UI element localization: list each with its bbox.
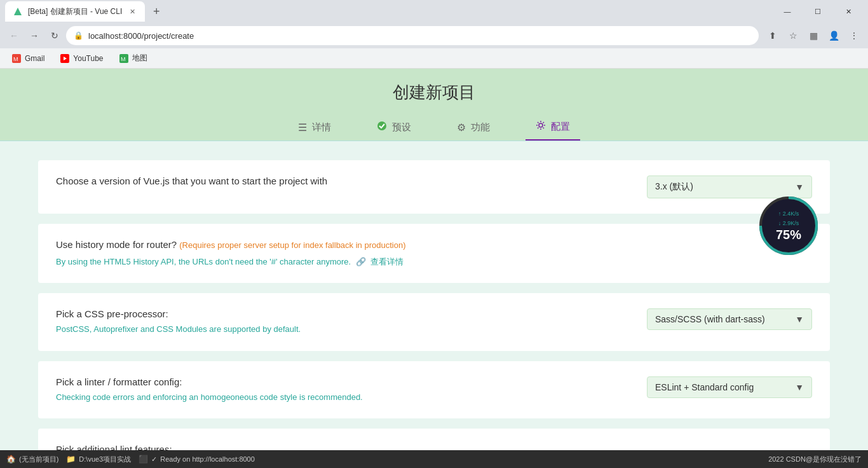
tab-config-label: 配置 bbox=[551, 121, 570, 133]
tab-features-label: 功能 bbox=[471, 121, 490, 134]
tab-title: [Beta] 创建新项目 - Vue CLI bbox=[28, 6, 122, 17]
linter-section: Pick a linter / formatter config: Checki… bbox=[38, 361, 830, 419]
folder-icon: 📁 bbox=[66, 455, 76, 464]
details-icon: ☰ bbox=[298, 121, 307, 134]
taskbar-right: 2022 CSDN@是你现在没错了 bbox=[768, 455, 862, 464]
bookmark-gmail-label: Gmail bbox=[25, 54, 44, 63]
config-icon bbox=[536, 120, 546, 133]
back-nav-button[interactable]: ← bbox=[5, 27, 23, 45]
vue-version-label-group: Choose a version of Vue.js that you want… bbox=[56, 176, 634, 190]
linter-row: Pick a linter / formatter config: Checki… bbox=[56, 376, 812, 404]
tab-presets[interactable]: 预设 bbox=[367, 114, 421, 141]
bookmarks-bar: M Gmail YouTube M 地图 bbox=[0, 48, 868, 69]
linter-label-group: Pick a linter / formatter config: Checki… bbox=[56, 376, 634, 404]
lint-features-section: Pick additional lint features: Lint on s… bbox=[38, 429, 830, 450]
css-preprocessor-value: Sass/SCSS (with dart-sass) bbox=[655, 314, 765, 324]
tab-details-label: 详情 bbox=[312, 121, 331, 134]
lock-icon: 🔒 bbox=[74, 31, 83, 40]
linter-select[interactable]: ESLint + Standard config ▼ bbox=[647, 376, 812, 398]
tab-bar: [Beta] 创建新项目 - Vue CLI ✕ + — ☐ ✕ bbox=[0, 0, 868, 23]
browser-window: [Beta] 创建新项目 - Vue CLI ✕ + — ☐ ✕ ← → ↻ 🔒… bbox=[0, 0, 868, 468]
linter-value: ESLint + Standard config bbox=[655, 382, 754, 392]
linter-control: ESLint + Standard config ▼ bbox=[647, 376, 812, 398]
new-tab-button[interactable]: + bbox=[147, 3, 165, 20]
share-icon[interactable]: ⬆ bbox=[764, 27, 782, 45]
vue-version-label: Choose a version of Vue.js that you want… bbox=[56, 176, 634, 186]
history-mode-label-group: Use history mode for router? (Requires p… bbox=[56, 239, 812, 268]
history-mode-warning: (Requires proper server setup for index … bbox=[179, 240, 405, 250]
css-preprocessor-control: Sass/SCSS (with dart-sass) ▼ bbox=[647, 308, 812, 330]
page-content: 创建新项目 ☰ 详情 预设 ⚙ 功 bbox=[0, 69, 868, 450]
profile-icon[interactable]: 👤 bbox=[825, 27, 843, 45]
svg-text:M: M bbox=[121, 56, 126, 62]
address-bar-actions: ⬆ ☆ ▦ 👤 ⋮ bbox=[764, 27, 863, 45]
home-icon: 🏠 bbox=[6, 455, 16, 464]
bookmark-youtube-label: YouTube bbox=[73, 54, 103, 63]
tab-config[interactable]: 配置 bbox=[526, 114, 580, 141]
presets-icon bbox=[377, 121, 387, 134]
vue-version-row: Choose a version of Vue.js that you want… bbox=[56, 176, 812, 198]
active-tab[interactable]: [Beta] 创建新项目 - Vue CLI ✕ bbox=[5, 1, 145, 22]
css-preprocessor-row: Pick a CSS pre-processor: PostCSS, Autop… bbox=[56, 308, 812, 336]
url-bar[interactable]: 🔒 localhost:8000/project/create bbox=[66, 26, 759, 45]
taskbar-no-project: 🏠 (无当前项目) bbox=[6, 455, 58, 464]
bookmark-icon[interactable]: ☆ bbox=[784, 27, 802, 45]
bookmark-youtube[interactable]: YouTube bbox=[56, 52, 107, 65]
css-preprocessor-section: Pick a CSS pre-processor: PostCSS, Autop… bbox=[38, 293, 830, 351]
history-mode-label: Use history mode for router? (Requires p… bbox=[56, 239, 812, 252]
page-header: 创建新项目 ☰ 详情 预设 ⚙ 功 bbox=[0, 69, 868, 141]
bookmark-gmail[interactable]: M Gmail bbox=[8, 52, 48, 65]
window-controls: — ☐ ✕ bbox=[773, 1, 863, 22]
svg-text:M: M bbox=[13, 56, 18, 62]
terminal-icon: ⬛ bbox=[139, 455, 148, 464]
taskbar-project-path: 📁 D:\vue3项目实战 bbox=[66, 455, 131, 464]
tab-details[interactable]: ☰ 详情 bbox=[288, 114, 341, 141]
performance-widget: ↑ 2.4K/s ↓ 2.9K/s 75% bbox=[760, 197, 817, 254]
nav-tabs: ☰ 详情 预设 ⚙ 功能 bbox=[0, 114, 868, 141]
gmail-icon: M bbox=[11, 53, 22, 64]
svg-point-8 bbox=[539, 123, 543, 127]
css-preprocessor-label: Pick a CSS pre-processor: bbox=[56, 308, 634, 319]
address-bar: ← → ↻ 🔒 localhost:8000/project/create ⬆ … bbox=[0, 23, 868, 48]
linter-sublabel: Checking code errors and enforcing an ho… bbox=[56, 391, 634, 404]
taskbar-terminal: ⬛ ✓ Ready on http://localhost:8000 bbox=[139, 455, 255, 464]
reload-button[interactable]: ↻ bbox=[46, 27, 64, 45]
menu-icon[interactable]: ⋮ bbox=[845, 27, 863, 45]
taskbar-left: 🏠 (无当前项目) 📁 D:\vue3项目实战 ⬛ ✓ Ready on htt… bbox=[6, 455, 255, 464]
svg-point-7 bbox=[377, 121, 386, 130]
extensions-icon[interactable]: ▦ bbox=[804, 27, 822, 45]
maximize-button[interactable]: ☐ bbox=[803, 1, 832, 22]
page-title: 创建新项目 bbox=[0, 81, 868, 104]
youtube-icon bbox=[60, 53, 70, 64]
history-mode-sublabel: By using the HTML5 History API, the URLs… bbox=[56, 256, 812, 268]
history-mode-link[interactable]: 查看详情 bbox=[370, 257, 403, 266]
svg-marker-0 bbox=[14, 8, 22, 15]
forward-nav-button[interactable]: → bbox=[25, 27, 43, 45]
main-form-content: Choose a version of Vue.js that you want… bbox=[0, 141, 868, 450]
taskbar-ready: ✓ bbox=[151, 455, 157, 464]
linter-chevron-icon: ▼ bbox=[795, 382, 804, 392]
css-chevron-icon: ▼ bbox=[795, 314, 804, 324]
tab-features[interactable]: ⚙ 功能 bbox=[447, 114, 500, 141]
close-button[interactable]: ✕ bbox=[834, 1, 863, 22]
maps-icon: M bbox=[119, 53, 129, 64]
css-preprocessor-label-group: Pick a CSS pre-processor: PostCSS, Autop… bbox=[56, 308, 634, 336]
linter-label: Pick a linter / formatter config: bbox=[56, 376, 634, 387]
css-preprocessor-sublabel: PostCSS, Autoprefixer and CSS Modules ar… bbox=[56, 323, 634, 336]
minimize-button[interactable]: — bbox=[773, 1, 802, 22]
css-preprocessor-select[interactable]: Sass/SCSS (with dart-sass) ▼ bbox=[647, 308, 812, 330]
tab-presets-label: 预设 bbox=[392, 121, 411, 134]
features-icon: ⚙ bbox=[457, 121, 466, 134]
bookmark-maps[interactable]: M 地图 bbox=[115, 52, 151, 65]
chevron-down-icon: ▼ bbox=[795, 182, 804, 192]
tab-close-button[interactable]: ✕ bbox=[127, 6, 137, 17]
lint-features-label: Pick additional lint features: bbox=[56, 444, 812, 450]
history-mode-row: Use history mode for router? (Requires p… bbox=[56, 239, 812, 268]
tab-favicon bbox=[13, 6, 23, 17]
vue-version-value: 3.x (默认) bbox=[655, 181, 693, 193]
history-mode-section: Use history mode for router? (Requires p… bbox=[38, 224, 830, 283]
vue-version-section: Choose a version of Vue.js that you want… bbox=[38, 160, 830, 214]
bookmark-maps-label: 地图 bbox=[132, 53, 147, 64]
url-text: localhost:8000/project/create bbox=[88, 31, 751, 41]
taskbar: 🏠 (无当前项目) 📁 D:\vue3项目实战 ⬛ ✓ Ready on htt… bbox=[0, 450, 868, 468]
